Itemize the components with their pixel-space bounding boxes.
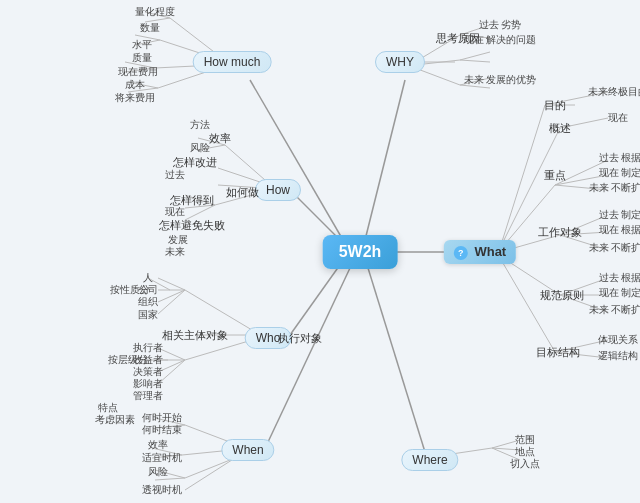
- how-sub-xiaolv: 效率: [209, 131, 231, 146]
- why-leaf-weilai: 未来 发展的优势: [464, 73, 537, 87]
- who-leaf-kaolv: 考虑因素: [95, 413, 135, 427]
- where-label: Where: [401, 449, 458, 471]
- how-much-label: How much: [193, 51, 272, 73]
- svg-line-5: [268, 268, 350, 442]
- howmuch-leaf-shuiping: 水平: [132, 38, 152, 52]
- who-sub-zhixing: 执行对象: [278, 331, 322, 346]
- svg-line-51: [225, 145, 265, 180]
- what-leaf-weilai-mudi: 未来终极目的: [588, 85, 640, 99]
- how-leaf-weilai: 未来: [165, 245, 185, 259]
- svg-line-2: [250, 80, 343, 240]
- when-leaf-xiaolv: 效率: [148, 438, 168, 452]
- what-leaf-tixian: 体现关系: [598, 333, 638, 347]
- when-leaf-toushi: 透视时机: [142, 483, 182, 497]
- how-leaf-guoqu: 过去: [165, 168, 185, 182]
- svg-line-33: [460, 52, 490, 60]
- how-sub-ruhe: 如何做: [226, 185, 259, 200]
- what-node: ? What: [444, 240, 516, 264]
- why-leaf-xianzai: 现在 解决的问题: [464, 33, 537, 47]
- howmuch-leaf-lianghua: 量化程度: [135, 5, 175, 19]
- svg-line-4: [290, 262, 342, 335]
- svg-line-68: [185, 340, 252, 360]
- who-leaf-guojia: 国家: [138, 308, 158, 322]
- what-label: ? What: [444, 240, 516, 264]
- what-sub-zhongdian: 重点: [544, 168, 566, 183]
- how-leaf-fangfa: 方法: [190, 118, 210, 132]
- why-node: WHY: [375, 51, 425, 73]
- howmuch-leaf-chengben: 成本: [125, 78, 145, 92]
- mindmap-container: 5W2h ? What WHY How much How Who When Wh…: [0, 0, 640, 503]
- howmuch-leaf-xianzaifei: 现在费用: [118, 65, 158, 79]
- when-label: When: [221, 439, 274, 461]
- mindmap-svg: [0, 0, 640, 503]
- where-node: Where: [401, 449, 458, 471]
- svg-line-84: [185, 458, 235, 490]
- when-leaf-fengxian: 风险: [148, 465, 168, 479]
- how-label: How: [255, 179, 301, 201]
- what-icon: ?: [454, 246, 468, 260]
- when-leaf-shiji: 适宜时机: [142, 451, 182, 465]
- where-leaf-qieru: 切入点: [510, 457, 540, 471]
- center-node: 5W2h: [323, 235, 398, 269]
- center-label: 5W2h: [323, 235, 398, 269]
- what-sub-gongzuo: 工作对象: [538, 225, 582, 240]
- svg-line-6: [368, 268, 425, 452]
- howmuch-leaf-zhiliang: 质量: [132, 51, 152, 65]
- what-leaf-xian-zhiding: 现在 制定: [599, 286, 640, 300]
- svg-line-1: [365, 80, 405, 240]
- why-label: WHY: [375, 51, 425, 73]
- how-leaf-fengxian: 风险: [190, 141, 210, 155]
- svg-line-81: [185, 458, 235, 478]
- howmuch-leaf-jianglai: 将来费用: [115, 91, 155, 105]
- what-leaf-guo-genju: 过去 根据: [599, 271, 640, 285]
- when-leaf-heshi-jieshu: 何时结束: [142, 423, 182, 437]
- howmuch-leaf-shuliang: 数量: [140, 21, 160, 35]
- what-sub-guifan: 规范原则: [540, 288, 584, 303]
- svg-line-39: [170, 18, 218, 55]
- who-leaf-guanli: 管理者: [133, 389, 163, 403]
- what-leaf-wei-kuochong: 未来 不断扩充: [589, 241, 640, 255]
- why-leaf-guoqu: 过去 劣势: [479, 18, 522, 32]
- how-much-node: How much: [193, 51, 272, 73]
- what-sub-gaishu: 概述: [549, 121, 571, 136]
- what-leaf-wei-kuo2: 未来 不断扩充: [589, 303, 640, 317]
- what-leaf-guoqu-judi: 过去 根据: [599, 151, 640, 165]
- what-leaf-guo-zhiding: 过去 制定: [599, 208, 640, 222]
- what-leaf-xian-genju: 现在 根据: [599, 223, 640, 237]
- what-leaf-xianzai-zhiding: 现在 制定: [599, 166, 640, 180]
- svg-line-34: [460, 60, 490, 62]
- what-leaf-luoji: 逻辑结构: [598, 349, 638, 363]
- how-node: How: [255, 179, 301, 201]
- who-leaf-ancengji: 按层级分: [108, 353, 148, 367]
- who-leaf-anxingzhi: 按性质分: [110, 283, 150, 297]
- how-sub-zenyang3: 怎样避免失败: [159, 218, 225, 233]
- svg-line-62: [158, 278, 185, 290]
- who-leaf-zuzhi: 组织: [138, 295, 158, 309]
- svg-line-26: [500, 258, 555, 352]
- who-sub-xiangguan: 相关主体对象: [162, 328, 228, 343]
- when-node: When: [221, 439, 274, 461]
- what-leaf-weilai-kuochong: 未来 不断扩充: [589, 181, 640, 195]
- svg-line-64: [158, 290, 185, 302]
- what-sub-mudi: 目的: [544, 98, 566, 113]
- what-leaf-xianzai: 现在: [608, 111, 628, 125]
- svg-line-65: [158, 290, 185, 314]
- what-sub-mubiao: 目标结构: [536, 345, 580, 360]
- svg-line-61: [185, 290, 252, 330]
